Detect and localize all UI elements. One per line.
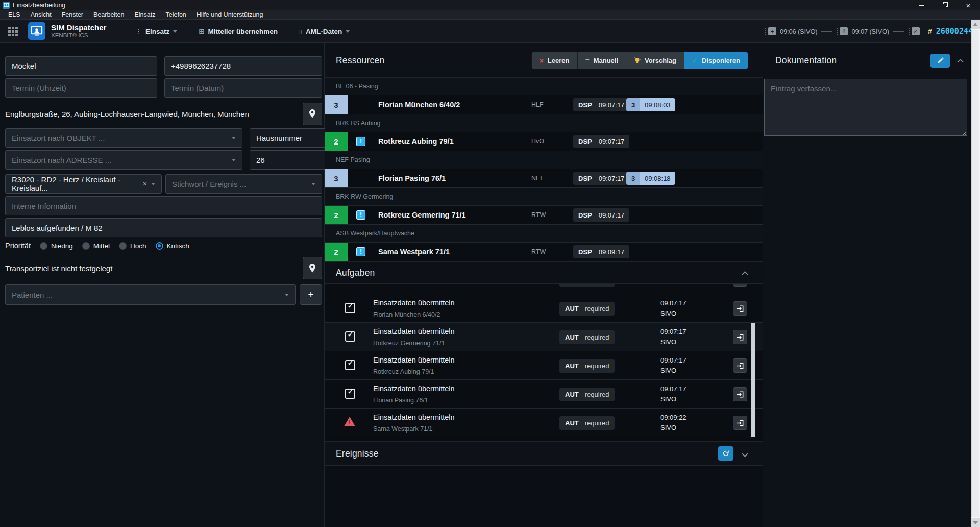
- nav-einsatz-menu[interactable]: ⋮ Einsatz: [135, 27, 177, 35]
- scroll-up-button[interactable]: [971, 20, 980, 29]
- checkbox-checked-icon[interactable]: [345, 360, 355, 370]
- menu-fenster[interactable]: Fenster: [57, 11, 88, 18]
- interne-information-input[interactable]: [5, 196, 322, 215]
- resource-group: BF 06 - Pasing: [325, 78, 763, 95]
- bemerkung-input[interactable]: [5, 218, 322, 237]
- entry-textarea[interactable]: [764, 79, 967, 136]
- stichwort-selected-dropdown[interactable]: R3020 - RD2 - Herz / Kreislauf - Kreisla…: [5, 174, 162, 194]
- hausnummer-value-box[interactable]: 26: [250, 150, 326, 170]
- collapse-chevron-up-icon[interactable]: [957, 59, 964, 65]
- window-scrollbar[interactable]: [971, 20, 980, 527]
- address-map-button[interactable]: [303, 103, 322, 125]
- task-time: 09:07:17SIVO: [660, 298, 687, 319]
- menu-els[interactable]: ELS: [3, 11, 26, 18]
- strength-badge: 2: [325, 206, 348, 224]
- apps-grid-icon[interactable]: [8, 27, 18, 36]
- task-row[interactable]: Einsatzdaten übermitteln Rotkreuz Germer…: [325, 323, 763, 351]
- menu-bearbeiten[interactable]: Bearbeiten: [88, 11, 129, 18]
- nav-mitteiler-button[interactable]: ⊞ Mitteiler übernehmen: [199, 27, 278, 35]
- close-button[interactable]: ×: [957, 0, 980, 10]
- nav-aml-menu[interactable]: ▯ AML-Daten: [299, 28, 350, 35]
- adresse-dropdown[interactable]: Einsatzort nach ADRESSE ...: [5, 150, 242, 170]
- expand-chevron-down-icon[interactable]: [742, 450, 748, 457]
- task-mode-chip: AUTrequired: [559, 388, 615, 401]
- bulb-icon: [634, 57, 641, 64]
- manuell-button[interactable]: ≡Manuell: [577, 52, 626, 69]
- resource-row[interactable]: 3 Florian München 6/40/2 HLF DSP09:07:17…: [325, 95, 763, 114]
- patienten-dropdown[interactable]: Patienten ...: [5, 284, 296, 305]
- tasks-scrollbar-thumb[interactable]: [751, 323, 755, 437]
- status-chip: DSP09:07:17: [573, 135, 629, 148]
- checkbox-checked-icon[interactable]: [345, 331, 355, 342]
- task-unit: Rotkreuz Aubing 79/1: [373, 368, 434, 375]
- task-row[interactable]: Einsatzdaten übermitteln Sama Westpark 7…: [325, 409, 763, 437]
- add-patient-button[interactable]: +: [300, 284, 322, 305]
- resource-group: BRK RW Germering: [325, 188, 763, 206]
- scroll-down-button[interactable]: [971, 518, 980, 527]
- vorschlag-button[interactable]: Vorschlag: [626, 52, 684, 69]
- leeren-button[interactable]: ×Leeren: [532, 52, 577, 69]
- title-bar: Einsatzbearbeitung ×: [0, 0, 980, 10]
- dash-separator: [821, 31, 832, 32]
- open-task-button[interactable]: [733, 330, 747, 344]
- objekt-dropdown[interactable]: Einsatzort nach OBJEKT ...: [5, 128, 242, 148]
- cross-icon: ×: [540, 57, 544, 65]
- stichwort-search-dropdown[interactable]: Stichwort / Ereignis ...: [165, 174, 322, 194]
- open-task-button[interactable]: [733, 358, 747, 373]
- menu-bar: ELS Ansicht Fenster Bearbeiten Einsatz T…: [0, 10, 980, 20]
- scrollbar-thumb[interactable]: [971, 30, 979, 517]
- task-row[interactable]: Einsatzdaten übermitteln Florian Pasing …: [325, 380, 763, 409]
- location-pin-icon: [309, 264, 316, 273]
- caller-name-input[interactable]: [5, 56, 157, 76]
- prioritaet-hoch-radio[interactable]: Hoch: [119, 242, 146, 250]
- minimize-button[interactable]: [910, 0, 933, 10]
- clear-stichwort-icon[interactable]: ×: [143, 180, 147, 188]
- sim-dispatcher-logo: [28, 22, 45, 40]
- termin-date-input[interactable]: [164, 78, 322, 98]
- resource-row[interactable]: 2 ! Rotkreuz Germering 71/1 RTW DSP09:07…: [325, 206, 763, 225]
- prioritaet-mittel-radio[interactable]: Mittel: [82, 242, 110, 250]
- open-task-button[interactable]: [733, 284, 747, 287]
- prioritaet-niedrig-radio[interactable]: Niedrig: [40, 242, 73, 250]
- prioritaet-kritisch-radio[interactable]: Kritisch: [156, 242, 189, 250]
- menu-ansicht[interactable]: Ansicht: [26, 11, 57, 18]
- restore-button[interactable]: [933, 0, 957, 10]
- unit-type: RTW: [531, 243, 546, 261]
- warning-icon: [344, 417, 355, 426]
- strength-badge: 2: [325, 132, 348, 151]
- task-row[interactable]: Einsatzdaten übermitteln Florian München…: [325, 294, 763, 323]
- incident-form-panel: Englburgstraße, 26, Aubing-Lochhausen-La…: [0, 43, 325, 527]
- edit-entry-button[interactable]: [930, 54, 950, 68]
- ressourcen-toolbar: ×Leeren ≡Manuell Vorschlag ✓Disponieren: [531, 52, 748, 69]
- strength-badge: 3: [325, 95, 348, 114]
- task-row[interactable]: Responder alarmieren MANoptional: [325, 284, 763, 294]
- resource-row[interactable]: 2 ! Rotkreuz Aubing 79/1 HvO DSP09:07:17: [325, 132, 763, 151]
- checkbox-checked-icon[interactable]: [345, 303, 355, 313]
- task-mode-chip: AUTrequired: [559, 330, 615, 344]
- ereignisse-header: Ereignisse: [325, 441, 763, 466]
- menu-telefon[interactable]: Telefon: [161, 11, 191, 18]
- unit-type: HLF: [531, 95, 544, 114]
- open-task-button[interactable]: [733, 387, 747, 401]
- open-task-button[interactable]: [733, 301, 747, 316]
- resource-row[interactable]: 2 ! Sama Westpark 71/1 RTW DSP09:09:17: [325, 243, 763, 261]
- task-mode-chip: AUTrequired: [559, 416, 615, 430]
- collapse-chevron-up-icon[interactable]: [742, 271, 748, 277]
- open-task-button[interactable]: [733, 416, 747, 430]
- refresh-button[interactable]: [718, 446, 733, 461]
- unit-name: Rotkreuz Aubing 79/1: [378, 132, 454, 151]
- checkbox-checked-icon[interactable]: [345, 389, 355, 399]
- status-chip: DSP09:09:17: [573, 245, 629, 258]
- transportziel-map-button[interactable]: [303, 257, 322, 279]
- checkbox-unchecked-icon[interactable]: [345, 284, 355, 284]
- resource-row[interactable]: 3 Florian Pasing 76/1 NEF DSP09:07:17 30…: [325, 169, 763, 188]
- task-row[interactable]: Einsatzdaten übermitteln Rotkreuz Aubing…: [325, 351, 763, 380]
- unit-type: RTW: [531, 206, 546, 224]
- task-mode-chip: AUTrequired: [559, 359, 615, 373]
- menu-hilfe[interactable]: Hilfe und Unterstützung: [191, 11, 268, 18]
- disponieren-button[interactable]: ✓Disponieren: [684, 52, 748, 69]
- refresh-icon: [722, 450, 729, 457]
- menu-einsatz[interactable]: Einsatz: [130, 11, 161, 18]
- caller-phone-input[interactable]: [164, 56, 322, 76]
- termin-time-input[interactable]: [5, 78, 157, 98]
